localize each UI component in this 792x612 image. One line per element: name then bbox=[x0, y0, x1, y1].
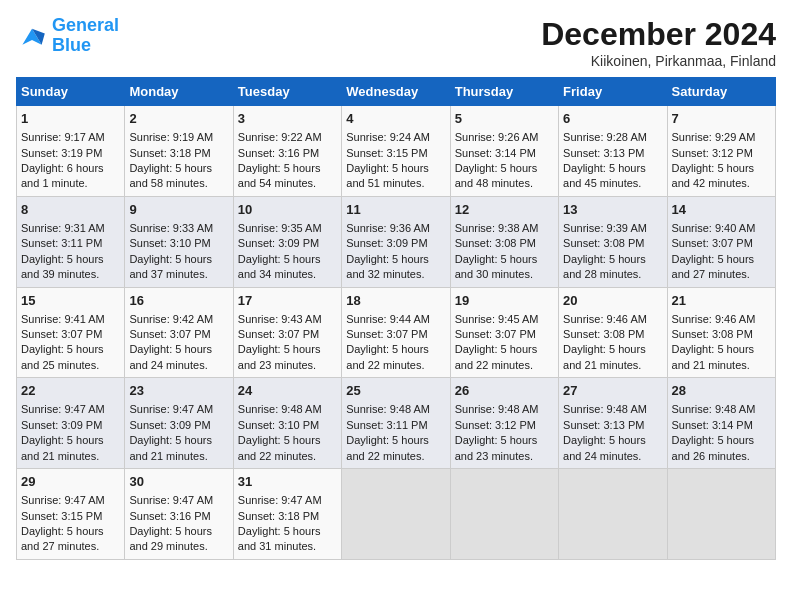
sunset-text: Sunset: 3:13 PM bbox=[563, 419, 644, 431]
sunset-text: Sunset: 3:08 PM bbox=[672, 328, 753, 340]
sunrise-text: Sunrise: 9:43 AM bbox=[238, 313, 322, 325]
calendar-cell: 8Sunrise: 9:31 AMSunset: 3:11 PMDaylight… bbox=[17, 196, 125, 287]
day-number: 25 bbox=[346, 382, 445, 400]
sunrise-text: Sunrise: 9:48 AM bbox=[563, 403, 647, 415]
sunrise-text: Sunrise: 9:47 AM bbox=[238, 494, 322, 506]
daylight-text: Daylight: 5 hours and 24 minutes. bbox=[563, 434, 646, 461]
sunrise-text: Sunrise: 9:46 AM bbox=[563, 313, 647, 325]
daylight-text: Daylight: 5 hours and 51 minutes. bbox=[346, 162, 429, 189]
daylight-text: Daylight: 5 hours and 23 minutes. bbox=[455, 434, 538, 461]
sunset-text: Sunset: 3:11 PM bbox=[21, 237, 102, 249]
sunset-text: Sunset: 3:15 PM bbox=[346, 147, 427, 159]
calendar-cell: 24Sunrise: 9:48 AMSunset: 3:10 PMDayligh… bbox=[233, 378, 341, 469]
calendar-cell: 20Sunrise: 9:46 AMSunset: 3:08 PMDayligh… bbox=[559, 287, 667, 378]
weekday-header-sunday: Sunday bbox=[17, 78, 125, 106]
calendar-cell: 21Sunrise: 9:46 AMSunset: 3:08 PMDayligh… bbox=[667, 287, 775, 378]
daylight-text: Daylight: 5 hours and 48 minutes. bbox=[455, 162, 538, 189]
sunrise-text: Sunrise: 9:22 AM bbox=[238, 131, 322, 143]
day-number: 12 bbox=[455, 201, 554, 219]
sunrise-text: Sunrise: 9:24 AM bbox=[346, 131, 430, 143]
sunrise-text: Sunrise: 9:38 AM bbox=[455, 222, 539, 234]
weekday-header-thursday: Thursday bbox=[450, 78, 558, 106]
day-number: 27 bbox=[563, 382, 662, 400]
week-row-1: 1Sunrise: 9:17 AMSunset: 3:19 PMDaylight… bbox=[17, 106, 776, 197]
calendar-cell: 13Sunrise: 9:39 AMSunset: 3:08 PMDayligh… bbox=[559, 196, 667, 287]
sunrise-text: Sunrise: 9:26 AM bbox=[455, 131, 539, 143]
calendar-cell bbox=[342, 469, 450, 560]
day-number: 21 bbox=[672, 292, 771, 310]
sunset-text: Sunset: 3:07 PM bbox=[129, 328, 210, 340]
calendar-table: SundayMondayTuesdayWednesdayThursdayFrid… bbox=[16, 77, 776, 560]
daylight-text: Daylight: 5 hours and 54 minutes. bbox=[238, 162, 321, 189]
sunrise-text: Sunrise: 9:40 AM bbox=[672, 222, 756, 234]
calendar-cell: 25Sunrise: 9:48 AMSunset: 3:11 PMDayligh… bbox=[342, 378, 450, 469]
calendar-cell: 16Sunrise: 9:42 AMSunset: 3:07 PMDayligh… bbox=[125, 287, 233, 378]
calendar-cell: 10Sunrise: 9:35 AMSunset: 3:09 PMDayligh… bbox=[233, 196, 341, 287]
header: General Blue December 2024 Kiikoinen, Pi… bbox=[16, 16, 776, 69]
sunset-text: Sunset: 3:11 PM bbox=[346, 419, 427, 431]
weekday-header-saturday: Saturday bbox=[667, 78, 775, 106]
sunset-text: Sunset: 3:07 PM bbox=[672, 237, 753, 249]
sunrise-text: Sunrise: 9:42 AM bbox=[129, 313, 213, 325]
day-number: 1 bbox=[21, 110, 120, 128]
day-number: 29 bbox=[21, 473, 120, 491]
day-number: 28 bbox=[672, 382, 771, 400]
sunset-text: Sunset: 3:08 PM bbox=[455, 237, 536, 249]
sunrise-text: Sunrise: 9:48 AM bbox=[238, 403, 322, 415]
sunset-text: Sunset: 3:16 PM bbox=[129, 510, 210, 522]
sunset-text: Sunset: 3:08 PM bbox=[563, 237, 644, 249]
daylight-text: Daylight: 5 hours and 27 minutes. bbox=[21, 525, 104, 552]
sunrise-text: Sunrise: 9:33 AM bbox=[129, 222, 213, 234]
sunrise-text: Sunrise: 9:47 AM bbox=[129, 403, 213, 415]
sunrise-text: Sunrise: 9:17 AM bbox=[21, 131, 105, 143]
logo-bird-icon bbox=[16, 22, 48, 50]
day-number: 26 bbox=[455, 382, 554, 400]
sunset-text: Sunset: 3:09 PM bbox=[21, 419, 102, 431]
daylight-text: Daylight: 5 hours and 26 minutes. bbox=[672, 434, 755, 461]
calendar-cell: 30Sunrise: 9:47 AMSunset: 3:16 PMDayligh… bbox=[125, 469, 233, 560]
calendar-cell: 1Sunrise: 9:17 AMSunset: 3:19 PMDaylight… bbox=[17, 106, 125, 197]
day-number: 15 bbox=[21, 292, 120, 310]
calendar-cell: 9Sunrise: 9:33 AMSunset: 3:10 PMDaylight… bbox=[125, 196, 233, 287]
sunrise-text: Sunrise: 9:29 AM bbox=[672, 131, 756, 143]
day-number: 23 bbox=[129, 382, 228, 400]
day-number: 19 bbox=[455, 292, 554, 310]
day-number: 16 bbox=[129, 292, 228, 310]
daylight-text: Daylight: 5 hours and 32 minutes. bbox=[346, 253, 429, 280]
sunset-text: Sunset: 3:07 PM bbox=[455, 328, 536, 340]
calendar-cell: 29Sunrise: 9:47 AMSunset: 3:15 PMDayligh… bbox=[17, 469, 125, 560]
day-number: 31 bbox=[238, 473, 337, 491]
logo-text: General Blue bbox=[52, 16, 119, 56]
daylight-text: Daylight: 5 hours and 24 minutes. bbox=[129, 343, 212, 370]
location-title: Kiikoinen, Pirkanmaa, Finland bbox=[541, 53, 776, 69]
sunrise-text: Sunrise: 9:47 AM bbox=[21, 403, 105, 415]
day-number: 2 bbox=[129, 110, 228, 128]
calendar-cell bbox=[559, 469, 667, 560]
sunset-text: Sunset: 3:07 PM bbox=[346, 328, 427, 340]
sunrise-text: Sunrise: 9:47 AM bbox=[21, 494, 105, 506]
day-number: 8 bbox=[21, 201, 120, 219]
sunrise-text: Sunrise: 9:48 AM bbox=[672, 403, 756, 415]
daylight-text: Daylight: 5 hours and 45 minutes. bbox=[563, 162, 646, 189]
sunset-text: Sunset: 3:10 PM bbox=[129, 237, 210, 249]
daylight-text: Daylight: 5 hours and 27 minutes. bbox=[672, 253, 755, 280]
day-number: 14 bbox=[672, 201, 771, 219]
weekday-header-friday: Friday bbox=[559, 78, 667, 106]
week-row-5: 29Sunrise: 9:47 AMSunset: 3:15 PMDayligh… bbox=[17, 469, 776, 560]
sunset-text: Sunset: 3:12 PM bbox=[672, 147, 753, 159]
day-number: 6 bbox=[563, 110, 662, 128]
sunrise-text: Sunrise: 9:44 AM bbox=[346, 313, 430, 325]
calendar-cell: 2Sunrise: 9:19 AMSunset: 3:18 PMDaylight… bbox=[125, 106, 233, 197]
weekday-header-monday: Monday bbox=[125, 78, 233, 106]
day-number: 18 bbox=[346, 292, 445, 310]
sunrise-text: Sunrise: 9:46 AM bbox=[672, 313, 756, 325]
sunrise-text: Sunrise: 9:35 AM bbox=[238, 222, 322, 234]
logo: General Blue bbox=[16, 16, 119, 56]
calendar-cell: 5Sunrise: 9:26 AMSunset: 3:14 PMDaylight… bbox=[450, 106, 558, 197]
calendar-cell: 23Sunrise: 9:47 AMSunset: 3:09 PMDayligh… bbox=[125, 378, 233, 469]
sunset-text: Sunset: 3:18 PM bbox=[238, 510, 319, 522]
weekday-header-tuesday: Tuesday bbox=[233, 78, 341, 106]
daylight-text: Daylight: 5 hours and 25 minutes. bbox=[21, 343, 104, 370]
calendar-cell: 3Sunrise: 9:22 AMSunset: 3:16 PMDaylight… bbox=[233, 106, 341, 197]
sunrise-text: Sunrise: 9:39 AM bbox=[563, 222, 647, 234]
